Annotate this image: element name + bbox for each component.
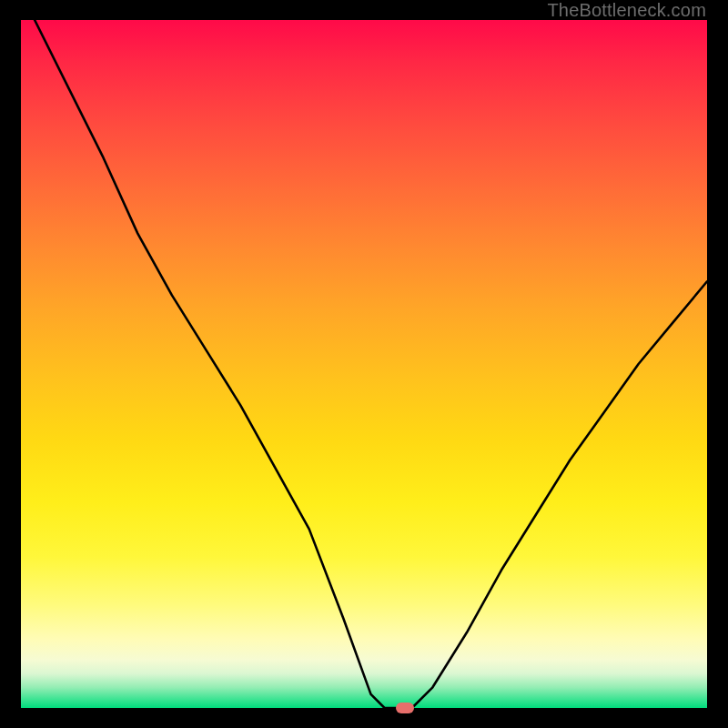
current-position-marker [396,703,414,713]
curve-layer [21,20,707,708]
watermark-text: TheBottleneck.com [547,0,706,21]
bottleneck-curve [35,20,707,708]
chart-frame: TheBottleneck.com [0,0,728,728]
